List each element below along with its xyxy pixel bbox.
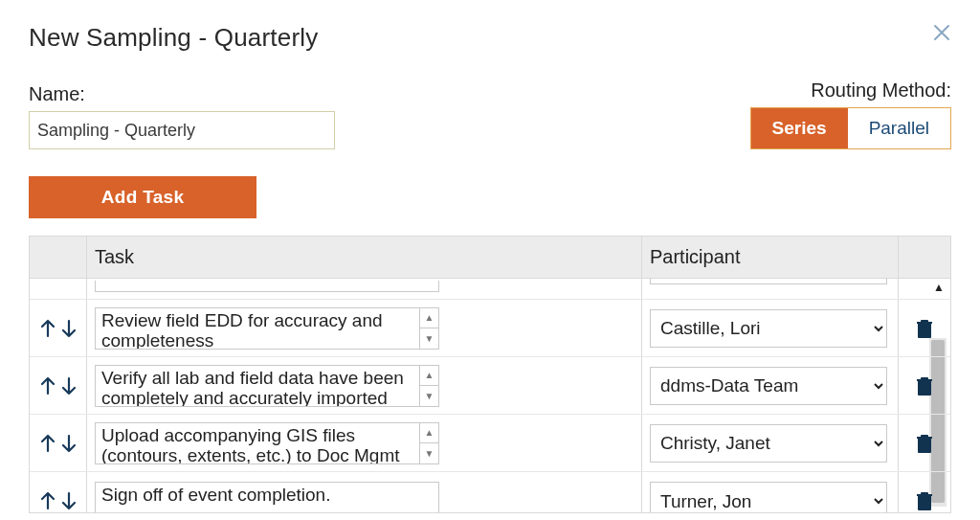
grid-body: Review field EDD for accuracy and comple… bbox=[30, 279, 950, 512]
task-textarea[interactable]: Upload accompanying GIS files (contours,… bbox=[96, 423, 419, 463]
move-down-button[interactable] bbox=[59, 433, 78, 454]
task-textarea[interactable]: Sign off of event completion. bbox=[96, 483, 438, 512]
task-textarea[interactable]: Review field EDD for accuracy and comple… bbox=[96, 308, 419, 349]
arrow-down-icon bbox=[59, 433, 78, 454]
task-textarea[interactable]: Verify all lab and field data have been … bbox=[96, 366, 419, 406]
delete-row-button[interactable] bbox=[899, 432, 950, 455]
arrow-up-icon bbox=[38, 375, 57, 396]
spinner-down[interactable]: ▼ bbox=[420, 328, 438, 349]
task-textarea-partial[interactable] bbox=[95, 281, 439, 292]
arrow-up-icon bbox=[38, 433, 57, 454]
close-button[interactable] bbox=[932, 23, 951, 42]
trash-icon bbox=[914, 489, 935, 512]
task-grid: Task Participant ▲ bbox=[29, 236, 951, 513]
col-header-task: Task bbox=[87, 237, 642, 278]
top-form: Name: Routing Method: Series Parallel bbox=[29, 79, 951, 149]
textarea-spinner: ▲ ▼ bbox=[419, 423, 438, 463]
participant-select[interactable]: Turner, Jon bbox=[650, 482, 887, 512]
routing-option-parallel[interactable]: Parallel bbox=[848, 108, 950, 148]
close-icon bbox=[932, 23, 951, 42]
move-up-button[interactable] bbox=[38, 490, 57, 511]
delete-row-button[interactable] bbox=[899, 317, 950, 340]
move-down-button[interactable] bbox=[59, 490, 78, 511]
participant-select[interactable]: Castille, Lori bbox=[650, 309, 887, 348]
spinner-up[interactable]: ▲ bbox=[420, 366, 438, 387]
spinner-down[interactable]: ▼ bbox=[420, 443, 438, 463]
move-up-button[interactable] bbox=[38, 318, 57, 339]
participant-select[interactable]: Christy, Janet bbox=[650, 424, 887, 463]
trash-icon bbox=[914, 317, 935, 340]
task-textarea-wrap: Verify all lab and field data have been … bbox=[95, 365, 439, 407]
add-task-button[interactable]: Add Task bbox=[29, 176, 256, 218]
task-textarea-wrap: Sign off of event completion. bbox=[95, 482, 439, 512]
move-up-button[interactable] bbox=[38, 375, 57, 396]
arrow-down-icon bbox=[59, 490, 78, 511]
textarea-spinner: ▲ ▼ bbox=[419, 308, 438, 349]
routing-label: Routing Method: bbox=[750, 79, 951, 102]
task-textarea-wrap: Upload accompanying GIS files (contours,… bbox=[95, 422, 439, 464]
arrow-down-icon bbox=[59, 375, 78, 396]
col-header-participant: Participant bbox=[642, 237, 899, 278]
table-row: Sign off of event completion. Turner, Jo… bbox=[30, 472, 950, 512]
spinner-down[interactable]: ▼ bbox=[420, 386, 438, 406]
routing-option-series[interactable]: Series bbox=[751, 108, 848, 148]
title-row: New Sampling - Quarterly bbox=[29, 23, 951, 53]
task-textarea-wrap: Review field EDD for accuracy and comple… bbox=[95, 307, 439, 350]
trash-icon bbox=[914, 432, 935, 455]
delete-row-button[interactable] bbox=[899, 374, 950, 397]
name-field-group: Name: bbox=[29, 83, 335, 149]
table-row: Upload accompanying GIS files (contours,… bbox=[30, 415, 950, 472]
textarea-spinner: ▲ ▼ bbox=[419, 366, 438, 406]
grid-body-wrap: ▲ bbox=[30, 279, 950, 512]
routing-group: Routing Method: Series Parallel bbox=[750, 79, 951, 149]
table-row: Verify all lab and field data have been … bbox=[30, 357, 950, 415]
participant-select-partial[interactable] bbox=[650, 279, 887, 284]
arrow-up-icon bbox=[38, 490, 57, 511]
modal-new-sampling: New Sampling - Quarterly Name: Routing M… bbox=[0, 0, 980, 520]
col-header-reorder bbox=[30, 237, 87, 278]
move-down-button[interactable] bbox=[59, 375, 78, 396]
move-up-button[interactable] bbox=[38, 433, 57, 454]
table-row-partial bbox=[30, 279, 950, 300]
move-down-button[interactable] bbox=[59, 318, 78, 339]
table-row: Review field EDD for accuracy and comple… bbox=[30, 300, 950, 357]
name-label: Name: bbox=[29, 83, 335, 105]
participant-select[interactable]: ddms-Data Team bbox=[650, 367, 887, 405]
spinner-up[interactable]: ▲ bbox=[420, 423, 438, 444]
grid-header: Task Participant bbox=[30, 237, 950, 279]
arrow-up-icon bbox=[38, 318, 57, 339]
spinner-up[interactable]: ▲ bbox=[420, 308, 438, 329]
delete-row-button[interactable] bbox=[899, 489, 950, 512]
arrow-down-icon bbox=[59, 318, 78, 339]
routing-toggle: Series Parallel bbox=[750, 107, 951, 149]
trash-icon bbox=[914, 374, 935, 397]
modal-title: New Sampling - Quarterly bbox=[29, 23, 318, 53]
name-input[interactable] bbox=[29, 111, 335, 149]
